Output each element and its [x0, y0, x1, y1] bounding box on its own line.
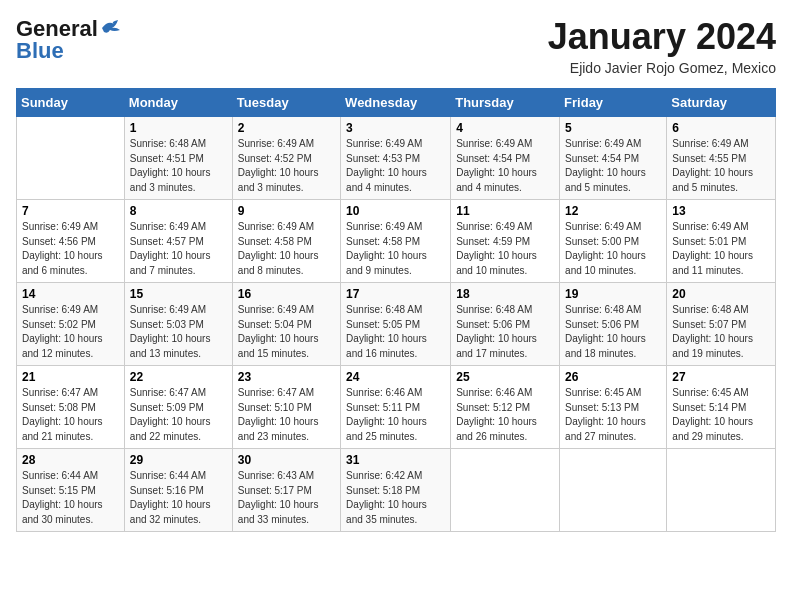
day-number: 23	[238, 370, 335, 384]
calendar-cell	[17, 117, 125, 200]
day-info: Sunrise: 6:45 AM Sunset: 5:13 PM Dayligh…	[565, 386, 661, 444]
day-info: Sunrise: 6:46 AM Sunset: 5:12 PM Dayligh…	[456, 386, 554, 444]
day-info: Sunrise: 6:49 AM Sunset: 5:03 PM Dayligh…	[130, 303, 227, 361]
calendar-cell: 24Sunrise: 6:46 AM Sunset: 5:11 PM Dayli…	[341, 366, 451, 449]
day-number: 17	[346, 287, 445, 301]
calendar-cell: 30Sunrise: 6:43 AM Sunset: 5:17 PM Dayli…	[232, 449, 340, 532]
calendar-cell: 8Sunrise: 6:49 AM Sunset: 4:57 PM Daylig…	[124, 200, 232, 283]
calendar-cell	[667, 449, 776, 532]
day-info: Sunrise: 6:47 AM Sunset: 5:10 PM Dayligh…	[238, 386, 335, 444]
day-number: 25	[456, 370, 554, 384]
calendar-cell: 19Sunrise: 6:48 AM Sunset: 5:06 PM Dayli…	[560, 283, 667, 366]
day-number: 5	[565, 121, 661, 135]
day-info: Sunrise: 6:47 AM Sunset: 5:08 PM Dayligh…	[22, 386, 119, 444]
logo-bird-icon	[100, 18, 122, 36]
calendar-cell: 2Sunrise: 6:49 AM Sunset: 4:52 PM Daylig…	[232, 117, 340, 200]
day-info: Sunrise: 6:44 AM Sunset: 5:16 PM Dayligh…	[130, 469, 227, 527]
calendar-cell: 3Sunrise: 6:49 AM Sunset: 4:53 PM Daylig…	[341, 117, 451, 200]
calendar-cell: 5Sunrise: 6:49 AM Sunset: 4:54 PM Daylig…	[560, 117, 667, 200]
column-header-sunday: Sunday	[17, 89, 125, 117]
day-info: Sunrise: 6:45 AM Sunset: 5:14 PM Dayligh…	[672, 386, 770, 444]
calendar-table: SundayMondayTuesdayWednesdayThursdayFrid…	[16, 88, 776, 532]
day-number: 9	[238, 204, 335, 218]
day-number: 31	[346, 453, 445, 467]
calendar-week-row: 21Sunrise: 6:47 AM Sunset: 5:08 PM Dayli…	[17, 366, 776, 449]
calendar-cell: 20Sunrise: 6:48 AM Sunset: 5:07 PM Dayli…	[667, 283, 776, 366]
day-info: Sunrise: 6:48 AM Sunset: 5:07 PM Dayligh…	[672, 303, 770, 361]
calendar-week-row: 1Sunrise: 6:48 AM Sunset: 4:51 PM Daylig…	[17, 117, 776, 200]
calendar-header-row: SundayMondayTuesdayWednesdayThursdayFrid…	[17, 89, 776, 117]
calendar-cell: 23Sunrise: 6:47 AM Sunset: 5:10 PM Dayli…	[232, 366, 340, 449]
day-info: Sunrise: 6:49 AM Sunset: 4:54 PM Dayligh…	[456, 137, 554, 195]
day-info: Sunrise: 6:49 AM Sunset: 4:55 PM Dayligh…	[672, 137, 770, 195]
calendar-cell: 10Sunrise: 6:49 AM Sunset: 4:58 PM Dayli…	[341, 200, 451, 283]
day-number: 13	[672, 204, 770, 218]
calendar-cell: 12Sunrise: 6:49 AM Sunset: 5:00 PM Dayli…	[560, 200, 667, 283]
calendar-week-row: 28Sunrise: 6:44 AM Sunset: 5:15 PM Dayli…	[17, 449, 776, 532]
day-number: 7	[22, 204, 119, 218]
calendar-cell	[451, 449, 560, 532]
day-number: 10	[346, 204, 445, 218]
calendar-week-row: 14Sunrise: 6:49 AM Sunset: 5:02 PM Dayli…	[17, 283, 776, 366]
calendar-cell: 15Sunrise: 6:49 AM Sunset: 5:03 PM Dayli…	[124, 283, 232, 366]
calendar-cell: 9Sunrise: 6:49 AM Sunset: 4:58 PM Daylig…	[232, 200, 340, 283]
day-number: 12	[565, 204, 661, 218]
day-info: Sunrise: 6:49 AM Sunset: 5:01 PM Dayligh…	[672, 220, 770, 278]
calendar-cell: 26Sunrise: 6:45 AM Sunset: 5:13 PM Dayli…	[560, 366, 667, 449]
page-header: General Blue January 2024 Ejido Javier R…	[16, 16, 776, 76]
day-number: 18	[456, 287, 554, 301]
day-info: Sunrise: 6:48 AM Sunset: 5:05 PM Dayligh…	[346, 303, 445, 361]
calendar-cell: 25Sunrise: 6:46 AM Sunset: 5:12 PM Dayli…	[451, 366, 560, 449]
day-info: Sunrise: 6:48 AM Sunset: 4:51 PM Dayligh…	[130, 137, 227, 195]
day-info: Sunrise: 6:49 AM Sunset: 4:52 PM Dayligh…	[238, 137, 335, 195]
day-number: 2	[238, 121, 335, 135]
day-number: 15	[130, 287, 227, 301]
calendar-cell: 16Sunrise: 6:49 AM Sunset: 5:04 PM Dayli…	[232, 283, 340, 366]
day-number: 21	[22, 370, 119, 384]
column-header-monday: Monday	[124, 89, 232, 117]
calendar-cell	[560, 449, 667, 532]
logo: General Blue	[16, 16, 122, 64]
day-number: 29	[130, 453, 227, 467]
day-info: Sunrise: 6:49 AM Sunset: 4:58 PM Dayligh…	[346, 220, 445, 278]
calendar-cell: 11Sunrise: 6:49 AM Sunset: 4:59 PM Dayli…	[451, 200, 560, 283]
day-number: 22	[130, 370, 227, 384]
day-info: Sunrise: 6:49 AM Sunset: 4:54 PM Dayligh…	[565, 137, 661, 195]
day-number: 3	[346, 121, 445, 135]
day-number: 4	[456, 121, 554, 135]
calendar-cell: 1Sunrise: 6:48 AM Sunset: 4:51 PM Daylig…	[124, 117, 232, 200]
column-header-tuesday: Tuesday	[232, 89, 340, 117]
column-header-saturday: Saturday	[667, 89, 776, 117]
day-info: Sunrise: 6:46 AM Sunset: 5:11 PM Dayligh…	[346, 386, 445, 444]
column-header-wednesday: Wednesday	[341, 89, 451, 117]
calendar-cell: 17Sunrise: 6:48 AM Sunset: 5:05 PM Dayli…	[341, 283, 451, 366]
title-block: January 2024 Ejido Javier Rojo Gomez, Me…	[548, 16, 776, 76]
day-info: Sunrise: 6:49 AM Sunset: 5:02 PM Dayligh…	[22, 303, 119, 361]
day-number: 1	[130, 121, 227, 135]
calendar-cell: 6Sunrise: 6:49 AM Sunset: 4:55 PM Daylig…	[667, 117, 776, 200]
day-number: 6	[672, 121, 770, 135]
day-info: Sunrise: 6:47 AM Sunset: 5:09 PM Dayligh…	[130, 386, 227, 444]
day-info: Sunrise: 6:49 AM Sunset: 4:58 PM Dayligh…	[238, 220, 335, 278]
calendar-week-row: 7Sunrise: 6:49 AM Sunset: 4:56 PM Daylig…	[17, 200, 776, 283]
day-info: Sunrise: 6:49 AM Sunset: 4:57 PM Dayligh…	[130, 220, 227, 278]
calendar-cell: 4Sunrise: 6:49 AM Sunset: 4:54 PM Daylig…	[451, 117, 560, 200]
day-number: 8	[130, 204, 227, 218]
month-title: January 2024	[548, 16, 776, 58]
calendar-cell: 27Sunrise: 6:45 AM Sunset: 5:14 PM Dayli…	[667, 366, 776, 449]
day-number: 16	[238, 287, 335, 301]
day-number: 24	[346, 370, 445, 384]
day-number: 30	[238, 453, 335, 467]
column-header-friday: Friday	[560, 89, 667, 117]
day-number: 11	[456, 204, 554, 218]
calendar-cell: 14Sunrise: 6:49 AM Sunset: 5:02 PM Dayli…	[17, 283, 125, 366]
day-number: 27	[672, 370, 770, 384]
calendar-cell: 7Sunrise: 6:49 AM Sunset: 4:56 PM Daylig…	[17, 200, 125, 283]
day-info: Sunrise: 6:44 AM Sunset: 5:15 PM Dayligh…	[22, 469, 119, 527]
column-header-thursday: Thursday	[451, 89, 560, 117]
day-info: Sunrise: 6:49 AM Sunset: 5:04 PM Dayligh…	[238, 303, 335, 361]
location-subtitle: Ejido Javier Rojo Gomez, Mexico	[548, 60, 776, 76]
day-info: Sunrise: 6:48 AM Sunset: 5:06 PM Dayligh…	[456, 303, 554, 361]
day-info: Sunrise: 6:49 AM Sunset: 4:59 PM Dayligh…	[456, 220, 554, 278]
day-info: Sunrise: 6:42 AM Sunset: 5:18 PM Dayligh…	[346, 469, 445, 527]
